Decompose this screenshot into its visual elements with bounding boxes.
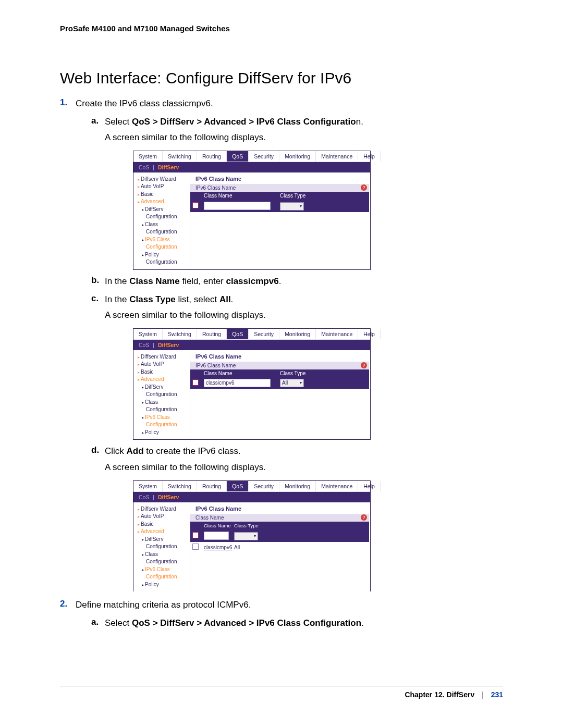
tab-system[interactable]: System xyxy=(133,151,163,162)
step-1a-text: Select QoS > DiffServ > Advanced > IPv6 … xyxy=(105,117,363,127)
side-advanced[interactable]: Advanced xyxy=(138,376,190,384)
tab-system[interactable]: System xyxy=(133,329,163,339)
side-nav: Diffserv Wizard Auto VoIP Basic Advanced… xyxy=(133,350,190,440)
subtab-cos[interactable]: CoS xyxy=(139,164,149,170)
tab-help[interactable]: Help xyxy=(358,151,381,162)
side-diffserv-wizard[interactable]: Diffserv Wizard xyxy=(138,176,190,183)
side-basic[interactable]: Basic xyxy=(138,521,190,528)
side-ipv6class-item[interactable]: IPv6 Class xyxy=(138,414,190,422)
side-basic[interactable]: Basic xyxy=(138,191,190,199)
side-diffserv-conf[interactable]: Configuration xyxy=(138,213,190,221)
side-advanced[interactable]: Advanced xyxy=(138,198,190,206)
step-1b-text: In the Class Name field, enter classicmp… xyxy=(105,276,281,286)
row-checkbox[interactable] xyxy=(192,544,199,550)
footer-divider xyxy=(60,686,503,686)
side-class-conf[interactable]: Configuration xyxy=(138,406,190,414)
tab-qos[interactable]: QoS xyxy=(227,151,249,162)
side-class-item[interactable]: Class xyxy=(138,551,190,559)
side-class-item[interactable]: Class xyxy=(138,399,190,406)
col-class-name: Class Name xyxy=(201,193,277,199)
tab-security[interactable]: Security xyxy=(249,329,279,339)
tab-security[interactable]: Security xyxy=(249,481,279,491)
tab-routing[interactable]: Routing xyxy=(197,329,227,339)
step-2-text: Define matching criteria as protocol ICM… xyxy=(76,600,251,610)
tab-system[interactable]: System xyxy=(133,481,163,491)
side-diffserv-conf[interactable]: Configuration xyxy=(138,543,190,551)
tab-security[interactable]: Security xyxy=(249,151,279,162)
col-class-name: Class Name xyxy=(201,371,277,376)
class-name-input[interactable] xyxy=(204,202,271,210)
subtab-cos[interactable]: CoS xyxy=(139,494,149,500)
help-icon[interactable]: ? xyxy=(361,362,367,368)
tab-routing[interactable]: Routing xyxy=(197,481,227,491)
subtab-diffserv[interactable]: DiffServ xyxy=(158,164,179,170)
help-icon[interactable]: ? xyxy=(361,514,367,521)
help-icon[interactable]: ? xyxy=(361,184,367,191)
side-auto-voip[interactable]: Auto VoIP xyxy=(138,513,190,521)
side-auto-voip[interactable]: Auto VoIP xyxy=(138,361,190,368)
tab-switching[interactable]: Switching xyxy=(163,329,197,339)
tab-monitoring[interactable]: Monitoring xyxy=(279,329,316,339)
class-type-select[interactable]: ▾ xyxy=(234,532,258,540)
side-ipv6class-conf[interactable]: Configuration xyxy=(138,573,190,581)
side-class-conf[interactable]: Configuration xyxy=(138,228,190,236)
class-type-select[interactable]: All▾ xyxy=(280,379,304,387)
side-policy-item[interactable]: Policy xyxy=(138,429,190,437)
step-1d-num: d. xyxy=(91,445,99,455)
step-number-1: 1. xyxy=(60,97,67,108)
tab-maintenance[interactable]: Maintenance xyxy=(316,481,358,491)
tab-help[interactable]: Help xyxy=(358,481,381,491)
side-ipv6class-conf[interactable]: Configuration xyxy=(138,421,190,429)
side-policy-item[interactable]: Policy xyxy=(138,251,190,259)
side-class-conf[interactable]: Configuration xyxy=(138,558,190,566)
col-class-name: Class Name xyxy=(201,523,231,528)
tab-monitoring[interactable]: Monitoring xyxy=(279,151,316,162)
side-ipv6class-item[interactable]: IPv6 Class xyxy=(138,236,190,244)
subtab-cos[interactable]: CoS xyxy=(139,342,149,348)
side-diffserv-wizard[interactable]: Diffserv Wizard xyxy=(138,505,190,513)
tab-routing[interactable]: Routing xyxy=(197,151,227,162)
step-1a-after: A screen similar to the following displa… xyxy=(105,131,503,144)
column-headers: Class Name Class Type xyxy=(190,522,369,529)
side-basic[interactable]: Basic xyxy=(138,368,190,376)
tab-switching[interactable]: Switching xyxy=(163,481,197,491)
side-class-item[interactable]: Class xyxy=(138,221,190,229)
side-policy-conf[interactable]: Configuration xyxy=(138,258,190,266)
side-diffserv-item[interactable]: DiffServ xyxy=(138,536,190,544)
side-advanced[interactable]: Advanced xyxy=(138,528,190,536)
class-link[interactable]: classicmpv6 xyxy=(204,545,232,550)
subtab-diffserv[interactable]: DiffServ xyxy=(158,494,179,500)
side-diffserv-item[interactable]: DiffServ xyxy=(138,206,190,214)
side-diffserv-item[interactable]: DiffServ xyxy=(138,384,190,391)
screenshot-1: System Switching Routing QoS Security Mo… xyxy=(133,151,503,270)
tab-qos[interactable]: QoS xyxy=(227,481,249,491)
tab-help[interactable]: Help xyxy=(358,329,381,339)
side-diffserv-wizard[interactable]: Diffserv Wizard xyxy=(138,353,190,361)
tab-qos[interactable]: QoS xyxy=(227,329,249,339)
tab-maintenance[interactable]: Maintenance xyxy=(316,329,358,339)
side-ipv6class-conf[interactable]: Configuration xyxy=(138,243,190,251)
panel-header: Class Name ? xyxy=(190,514,369,522)
panel-title: IPv6 Class Name xyxy=(190,505,370,514)
column-headers: Class Name Class Type xyxy=(190,192,369,200)
step-1c-num: c. xyxy=(91,293,99,304)
side-diffserv-conf[interactable]: Configuration xyxy=(138,391,190,399)
col-class-type: Class Type xyxy=(231,523,369,528)
class-name-input[interactable]: classicmpv6 xyxy=(204,379,271,387)
side-auto-voip[interactable]: Auto VoIP xyxy=(138,183,190,191)
footer-page-number: 231 xyxy=(491,690,503,699)
panel-title: IPv6 Class Name xyxy=(190,353,370,362)
step-1-text: Create the IPv6 class classicmpv6. xyxy=(76,98,213,108)
row-checkbox[interactable] xyxy=(192,379,199,386)
row-checkbox[interactable] xyxy=(192,532,199,538)
tab-monitoring[interactable]: Monitoring xyxy=(279,481,316,491)
tab-switching[interactable]: Switching xyxy=(163,151,197,162)
row-checkbox[interactable] xyxy=(192,202,199,208)
footer-chapter: Chapter 12. DiffServ xyxy=(405,690,474,699)
tab-maintenance[interactable]: Maintenance xyxy=(316,151,358,162)
side-ipv6class-item[interactable]: IPv6 Class xyxy=(138,566,190,574)
side-policy-item[interactable]: Policy xyxy=(138,581,190,589)
class-name-input[interactable] xyxy=(204,532,229,540)
subtab-diffserv[interactable]: DiffServ xyxy=(158,342,179,348)
class-type-select[interactable]: ▾ xyxy=(280,202,304,211)
